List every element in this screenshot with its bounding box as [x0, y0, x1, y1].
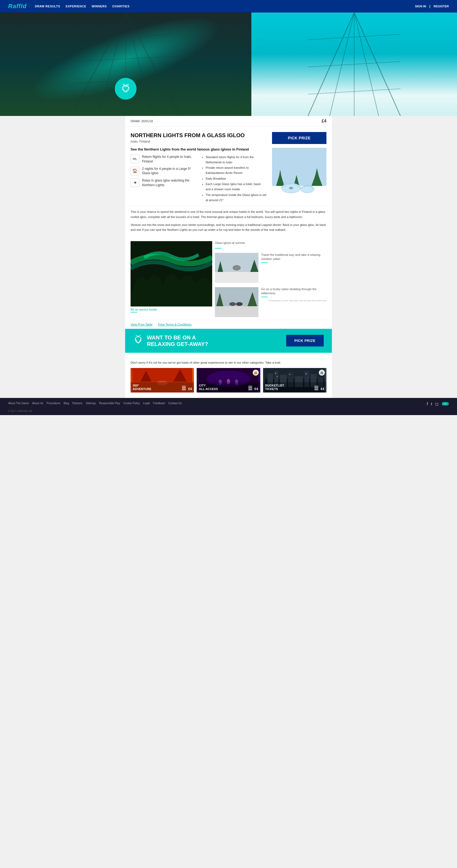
- responsible-badge: 18+: [442, 402, 449, 406]
- bucket-barcode: [315, 386, 318, 390]
- twitter-icon[interactable]: t: [431, 402, 432, 406]
- features-bullets-row: IVL Return flights for 4 people to Ivalo…: [131, 155, 267, 203]
- hero-lotus-icon: [115, 78, 136, 100]
- cta-lotus-svg: [133, 335, 143, 345]
- nav-winners[interactable]: WINNERS: [92, 5, 107, 8]
- cta-pick-prize-button[interactable]: PICK PRIZE: [286, 335, 324, 346]
- feature-text-relax: Relax in glass igloo watching the Northe…: [142, 178, 196, 188]
- category-cards: 360° ADVENTURE €4: [125, 368, 332, 393]
- nav-divider: |: [429, 4, 430, 8]
- bullets-col: Standard return flights for 4 from the N…: [201, 155, 267, 203]
- content-left: NORTHERN LIGHTS FROM A GLASS IGLOO Ivalo…: [131, 132, 267, 203]
- cta-left: WANT TO BE ON A RELAXING GET-AWAY?: [133, 334, 208, 347]
- cta-line1: WANT TO BE ON A: [147, 334, 208, 341]
- desc-para-1: This is your chance to spend the weekend…: [131, 209, 326, 219]
- feature-text-flights: Return flights for 4 people to Ivalo, Fi…: [142, 155, 196, 164]
- footer-link-cookie[interactable]: Cookie Policy: [123, 402, 140, 405]
- svg-line-1: [98, 12, 126, 116]
- reindeer-underline: [261, 262, 268, 263]
- footer-link-about-game[interactable]: About The Game: [8, 402, 29, 405]
- svg-rect-34: [215, 306, 258, 317]
- footer-link-partners[interactable]: Partners: [72, 402, 83, 405]
- svg-line-0: [71, 12, 126, 116]
- footer-link-responsible[interactable]: Responsible Play: [99, 402, 120, 405]
- cta-banner: WANT TO BE ON A RELAXING GET-AWAY? PICK …: [125, 329, 332, 353]
- svg-point-32: [233, 265, 241, 271]
- footer-link-blog[interactable]: Blog: [64, 402, 69, 405]
- city-price: €4: [254, 387, 258, 391]
- bullet-5: The temperature inside the Glass igloos …: [206, 192, 267, 203]
- feature-icon-relax: ✦: [131, 178, 139, 187]
- hero-left-panel: [0, 12, 251, 116]
- footer-link-feedback[interactable]: Feedback: [153, 402, 165, 405]
- desc-para-2: Venture out into the snow and explore yo…: [131, 222, 326, 232]
- reindeer-row: Travel the traditional way and take a re…: [215, 253, 326, 283]
- logo-accent: d: [23, 3, 27, 9]
- card-bucketlist[interactable]: BUCKETLIST TICKETS €4: [263, 368, 326, 393]
- caption-igloos-right: Glass igloos at sunrise: [215, 241, 326, 244]
- content-area: NORTHERN LIGHTS FROM A GLASS IGLOO Ivalo…: [125, 127, 332, 206]
- gallery-left: Be an aurora hunter: [131, 241, 212, 317]
- prize-title: NORTHERN LIGHTS FROM A GLASS IGLOO: [131, 132, 267, 138]
- prize-features: IVL Return flights for 4 people to Ivalo…: [131, 155, 196, 188]
- bullet-1: Standard return flights for 4 from the N…: [206, 155, 267, 165]
- footer-links: About The Game About Us Promotions Blog …: [8, 402, 427, 405]
- feature-flights: IVL Return flights for 4 people to Ivalo…: [131, 155, 196, 164]
- logo[interactable]: Raffld: [8, 3, 27, 10]
- igloo-scene-svg: [272, 148, 326, 202]
- caption-reindeer: Travel the traditional way and take a re…: [261, 253, 326, 261]
- photo-credit: Photography Credits: Blah Blah, Bla bla …: [261, 300, 326, 302]
- svg-point-8: [125, 92, 126, 93]
- features-col: IVL Return flights for 4 people to Ivalo…: [131, 155, 196, 203]
- card-city[interactable]: CITY ALL ACCESS €4: [197, 368, 260, 393]
- svg-point-37: [229, 302, 236, 306]
- svg-point-25: [289, 187, 293, 189]
- description-text: This is your chance to spend the weekend…: [131, 209, 326, 235]
- pick-prize-button-top[interactable]: PICK PRIZE: [272, 132, 326, 144]
- footer-social: f t ◻ 18+: [427, 402, 449, 406]
- draw-price: £4: [322, 119, 326, 124]
- bucket-badge: [319, 370, 325, 376]
- feature-icon-igloo: 🏠: [131, 166, 139, 175]
- reindeer-svg: [215, 253, 258, 283]
- aurora-underline: [131, 312, 137, 312]
- bucket-price: €4: [321, 387, 324, 391]
- reindeer-image: [215, 253, 258, 283]
- footer-link-about-us[interactable]: About Us: [32, 402, 43, 405]
- view-prize-table-link[interactable]: View Prize Table: [131, 323, 153, 326]
- glass-grid-left: [0, 12, 251, 116]
- footer-link-legal[interactable]: Legal: [143, 402, 150, 405]
- nav-experience[interactable]: EXPERIENCE: [66, 5, 86, 8]
- husky-image: [215, 287, 258, 317]
- prize-terms-link[interactable]: Prize Terms & Conditions: [158, 323, 192, 326]
- card-adventure[interactable]: 360° ADVENTURE €4: [131, 368, 194, 393]
- city-barcode: [248, 386, 252, 390]
- footer-link-sitemap[interactable]: Sitemap: [86, 402, 96, 405]
- svg-line-3: [126, 12, 153, 116]
- bullet-3: Daily Breakfast: [206, 176, 267, 181]
- gallery-section: Be an aurora hunter Glass igloos at sunr…: [125, 239, 332, 320]
- register-link[interactable]: REGISTER: [434, 5, 449, 8]
- draw-bar: DRAW: 26/01/18 £4: [125, 116, 332, 127]
- nav-draw-results[interactable]: DRAW RESULTS: [35, 5, 60, 8]
- prize-subtitle: See the Northern Lights from the world f…: [131, 147, 267, 151]
- feature-igloo: 🏠 2 nights for 4 people in a Large 5* Gl…: [131, 166, 196, 176]
- prize-location: Ivalo, Finland: [131, 140, 267, 144]
- nav-charities[interactable]: CHARITIES: [112, 5, 130, 8]
- signin-link[interactable]: SIGN IN: [415, 5, 426, 8]
- footer-link-promotions[interactable]: Promotions: [46, 402, 60, 405]
- prize-main-image: [272, 148, 326, 202]
- cta-lotus-icon: [133, 335, 143, 346]
- husky-underline: [261, 297, 268, 297]
- bucket-badge-icon: [320, 371, 324, 375]
- footer-link-contact[interactable]: Contact Us: [168, 402, 182, 405]
- svg-line-4: [126, 12, 180, 116]
- facebook-icon[interactable]: f: [427, 402, 428, 406]
- prize-bullets: Standard return flights for 4 from the N…: [201, 155, 267, 203]
- instagram-icon[interactable]: ◻: [435, 402, 438, 406]
- svg-point-38: [236, 302, 243, 306]
- bullet-4: Each Large Glass Igloo has a toilet, bas…: [206, 182, 267, 192]
- links-row: View Prize Table Prize Terms & Condition…: [125, 320, 332, 329]
- main-container: DRAW: 26/01/18 £4 NORTHERN LIGHTS FROM A…: [125, 116, 332, 398]
- igloos-underline: [215, 248, 221, 249]
